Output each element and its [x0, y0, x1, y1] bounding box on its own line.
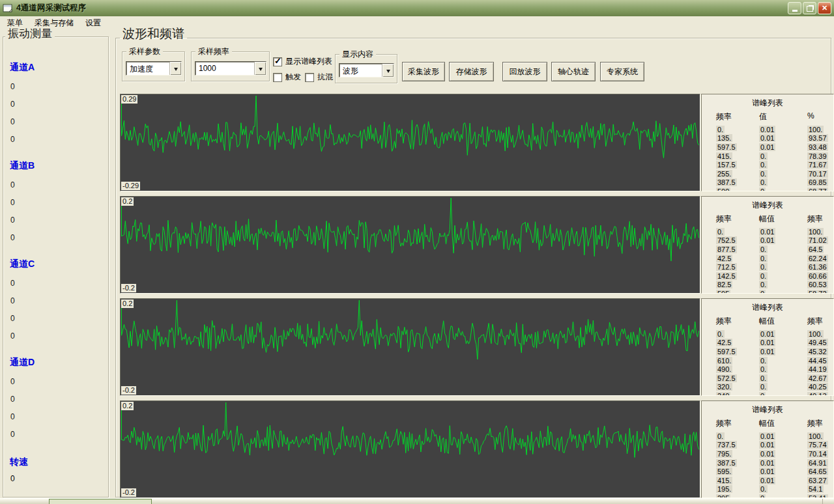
button-2[interactable]: 回放波形 — [502, 62, 547, 81]
display-content-select[interactable]: 波形 — [339, 63, 394, 77]
peak-cell: 100. — [807, 228, 824, 236]
peak-row: 795.0.0170.14 — [716, 449, 831, 458]
peak-row: 320.0.40.25 — [716, 383, 831, 392]
y-max-label: 0.2 — [121, 300, 134, 308]
y-min-label: -0.29 — [121, 182, 140, 190]
title-bar: 4通道网采测试程序 ✕ — [0, 0, 834, 16]
peak-row: 597.50.0193.48 — [716, 143, 831, 152]
checkbox-label: 抗混 — [317, 72, 333, 83]
peak-cell: 0. — [716, 126, 725, 133]
peak-cell: 0. — [759, 272, 768, 280]
dropdown-button[interactable] — [169, 62, 181, 75]
peak-list-table: 谱峰列表 频率幅值频率 0.0.01100.42.50.0149.45597.5… — [701, 298, 834, 396]
waveform-plot: 0.2 -0.2 — [120, 400, 700, 498]
peak-row: 255.0.70.17 — [716, 169, 831, 178]
peak-cell: 0. — [759, 357, 768, 365]
y-min-label: -0.2 — [121, 488, 136, 497]
peak-cell: 93.48 — [807, 143, 828, 151]
peak-table-title: 谱峰列表 — [702, 302, 833, 313]
peak-row: 387.50.0164.91 — [716, 458, 831, 468]
peak-cell: 100. — [807, 126, 824, 133]
checkbox-trigger[interactable]: ✓ 触发 — [273, 72, 301, 83]
chevron-down-icon — [174, 68, 178, 73]
restore-button[interactable] — [803, 2, 816, 14]
peak-cell: 70.14 — [807, 450, 828, 458]
channel-value: 0 — [10, 279, 108, 288]
channel-value: 0 — [10, 377, 108, 386]
peak-cell: 60.66 — [807, 272, 828, 280]
minimize-button[interactable] — [788, 2, 801, 14]
peak-row: 142.50.60.66 — [716, 272, 831, 281]
peak-cell: 82.5 — [716, 281, 732, 288]
waveform-plot: 0.2 -0.2 — [120, 196, 700, 294]
checkbox-show-peak-list[interactable]: ✓ 显示谱峰列表 — [273, 56, 332, 67]
peak-cell: 78.39 — [807, 152, 828, 160]
sampling-param-select[interactable]: 加速度 — [126, 61, 182, 76]
peak-cell: 63.27 — [807, 477, 828, 484]
peak-cell: 0. — [759, 383, 768, 391]
sampling-rate-select[interactable]: 1000 — [195, 61, 266, 76]
peak-cell: 0. — [759, 281, 768, 288]
peak-row: 42.50.0149.45 — [716, 339, 831, 348]
peak-cell: 595. — [716, 468, 732, 475]
restore-icon — [807, 6, 813, 12]
peak-cell: 0. — [759, 161, 768, 169]
peak-row: 415.0.0163.27 — [716, 476, 831, 485]
menu-item-settings[interactable]: 设置 — [79, 16, 107, 30]
peak-row: 0.0.01100. — [716, 227, 831, 236]
y-min-label: -0.2 — [121, 284, 136, 292]
peak-row: 595.0.0164.65 — [716, 467, 831, 476]
peak-cell: 0.01 — [759, 236, 775, 244]
checkbox-anti-alias[interactable]: ✓ 抗混 — [305, 72, 333, 83]
peak-cell: 597.5 — [716, 143, 737, 151]
waveform-trace — [121, 401, 700, 497]
channel-value: 0 — [10, 198, 108, 207]
close-button[interactable]: ✕ — [818, 2, 831, 14]
checkbox-label: 显示谱峰列表 — [285, 56, 332, 67]
peak-cell: 0 — [759, 188, 766, 191]
peak-row: 415.0.78.39 — [716, 152, 831, 161]
sampling-param-group: 采样参数 加速度 — [122, 51, 185, 81]
button-4[interactable]: 专家系统 — [600, 62, 644, 81]
dropdown-button[interactable] — [382, 64, 394, 77]
button-0[interactable]: 采集波形 — [402, 62, 445, 81]
button-3[interactable]: 轴心轨迹 — [551, 62, 596, 81]
peak-cell: 0. — [759, 263, 768, 271]
peak-cell: 595 — [716, 290, 730, 294]
peak-table-body: 0.0.01100.737.50.0175.74795.0.0170.14387… — [716, 432, 831, 498]
peak-row: 490.0.44.19 — [716, 365, 831, 374]
peak-cell: 54.1 — [807, 485, 824, 493]
peak-cell: 255. — [716, 170, 732, 178]
peak-list-table: 谱峰列表 频率幅值频率 0.0.01100.752.50.0171.02877.… — [701, 196, 834, 294]
peak-cell: 157.5 — [716, 161, 737, 169]
peak-table-title: 谱峰列表 — [702, 404, 833, 415]
vibration-measure-panel: 振动测量 通道A 0000 通道B 0000 通道C 0000 通道D 0000… — [3, 36, 109, 497]
channel-label: 通道A — [10, 62, 108, 74]
speed-label: 转速 — [10, 456, 108, 468]
sampling-rate-value: 1000 — [195, 62, 254, 75]
peak-cell: 0.01 — [759, 134, 775, 142]
peak-cell: 70.17 — [807, 170, 828, 178]
peak-cell: 0.01 — [759, 432, 775, 440]
waveform-trace — [121, 197, 700, 293]
peak-table-body: 0.0.01100.42.50.0149.45597.50.0145.32610… — [716, 329, 831, 396]
peak-cell: 415. — [716, 477, 732, 484]
channel-value: 0 — [10, 412, 108, 421]
peak-cell: 387.5 — [716, 178, 737, 186]
sampling-rate-label: 采样频率 — [195, 47, 232, 56]
peak-cell: 0.01 — [759, 143, 775, 151]
y-max-label: 0.29 — [121, 95, 137, 104]
peak-table-title: 谱峰列表 — [702, 200, 833, 211]
display-content-group: 显示内容 波形 — [335, 54, 397, 83]
taskbar-button[interactable] — [49, 499, 152, 504]
channel-label: 通道D — [10, 357, 108, 369]
check-icon: ✓ — [274, 56, 281, 66]
button-1[interactable]: 存储波形 — [449, 62, 494, 81]
peak-cell: 415. — [716, 152, 732, 160]
peak-cell: 135. — [716, 134, 732, 142]
dropdown-button[interactable] — [254, 62, 266, 75]
channel-block: 通道A 0000 — [3, 62, 108, 144]
chevron-down-icon — [386, 70, 390, 75]
channel-value: 0 — [10, 233, 108, 242]
peak-row: 0.0.01100. — [716, 329, 831, 339]
